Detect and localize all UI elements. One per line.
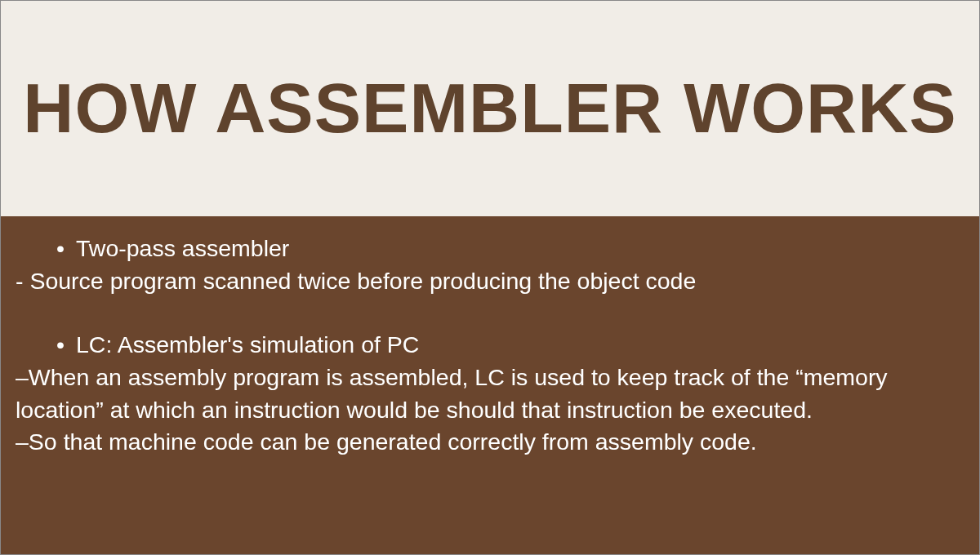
slide-header: HOW ASSEMBLER WORKS — [1, 1, 979, 216]
line-lc-track: –When an assembly program is assembled, … — [16, 362, 964, 427]
line-source-scan: - Source program scanned twice before pr… — [16, 265, 964, 298]
slide-body: Two-pass assembler - Source program scan… — [1, 216, 979, 555]
bullet-lc: LC: Assembler's simulation of PC — [16, 329, 964, 362]
line-machine-code: –So that machine code can be generated c… — [16, 426, 964, 459]
slide-title: HOW ASSEMBLER WORKS — [23, 67, 956, 149]
slide-container: HOW ASSEMBLER WORKS Two-pass assembler -… — [0, 0, 980, 555]
bullet-two-pass: Two-pass assembler — [16, 233, 964, 265]
spacer — [16, 298, 964, 329]
